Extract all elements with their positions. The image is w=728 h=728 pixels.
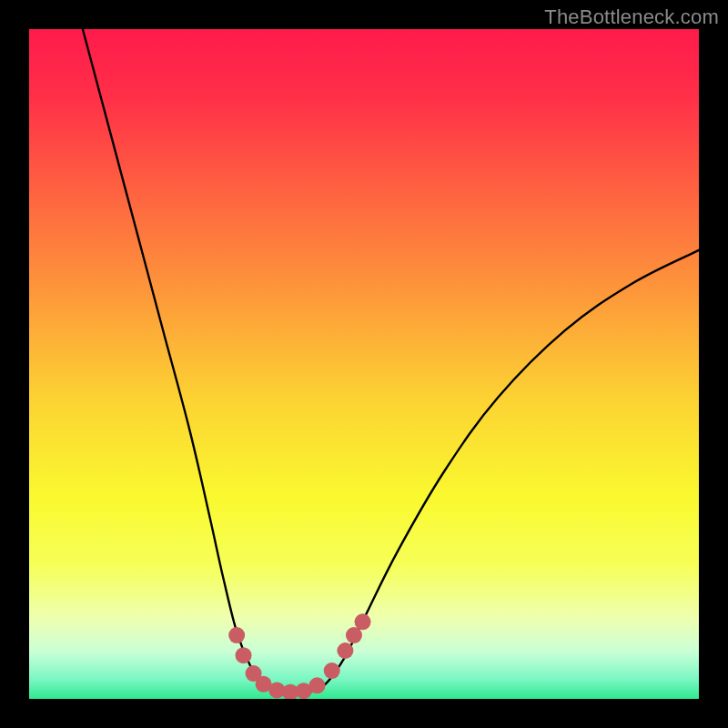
marker-dot xyxy=(355,613,371,630)
plot-area xyxy=(29,29,699,699)
marker-dot xyxy=(324,662,340,679)
watermark-text: TheBottleneck.com xyxy=(544,5,719,29)
marker-dot xyxy=(308,677,325,693)
bottleneck-chart xyxy=(29,29,699,699)
chart-frame: TheBottleneck.com xyxy=(0,0,728,728)
gradient-background xyxy=(29,29,699,699)
marker-dot xyxy=(228,627,245,643)
marker-dot xyxy=(337,642,353,659)
marker-dot xyxy=(346,627,362,643)
marker-dot xyxy=(236,647,252,663)
